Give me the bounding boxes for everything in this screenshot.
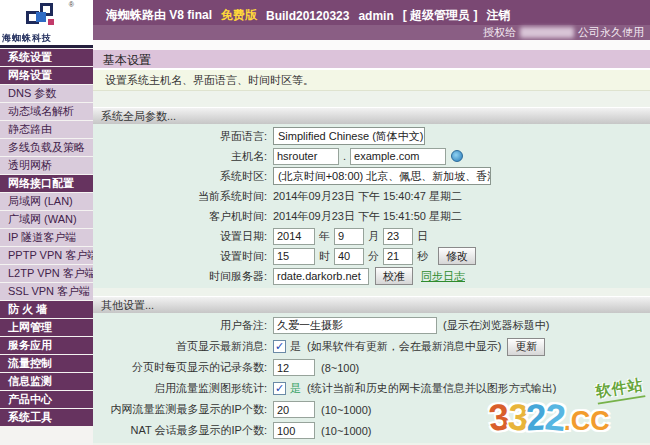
- sidebar-item-static-route[interactable]: 静态路由: [0, 121, 93, 138]
- page-records-input[interactable]: [273, 359, 315, 376]
- hostname-input[interactable]: [273, 148, 339, 165]
- nat-ip-count-input[interactable]: [273, 422, 315, 439]
- user-role: [ 超级管理员 ]: [403, 7, 478, 24]
- sidebar-item-pptp-vpn-client[interactable]: PPTP VPN 客户端: [0, 247, 93, 264]
- sidebar-item-web-management[interactable]: 上网管理: [0, 319, 93, 336]
- sidebar-item-ddns[interactable]: 动态域名解析: [0, 103, 93, 120]
- censored-company-name: [520, 27, 574, 38]
- sidebar-item-l2tp-vpn-client[interactable]: L2TP VPN 客户端: [0, 265, 93, 282]
- sidebar-item-ssl-vpn-client[interactable]: SSL VPN 客户端: [0, 283, 93, 300]
- form-row-nat-ip-count: NAT 会话最多显示的IP个数: (10~1000): [93, 420, 650, 441]
- form-row-user-note: 用户备注: (显示在浏览器标题中): [93, 315, 650, 336]
- form-row-page-records: 分页时每页显示的记录条数: (8~100): [93, 357, 650, 378]
- traffic-graph-label: 启用流量监测图形统计:: [93, 381, 273, 396]
- form-row-client-time: 客户机时间: 2014年09月23日 下午 15:41:50 星期二: [93, 206, 650, 226]
- month-unit: 月: [368, 229, 379, 244]
- sidebar-item-traffic-control[interactable]: 流量控制: [0, 355, 93, 372]
- help-globe-icon[interactable]: [451, 150, 463, 162]
- second-input[interactable]: [383, 248, 413, 265]
- form-row-system-time: 当前系统时间: 2014年09月23日 下午 15:40:47 星期二: [93, 186, 650, 206]
- page-records-label: 分页时每页显示的记录条数:: [93, 360, 273, 375]
- sidebar-item-lan[interactable]: 局域网 (LAN): [0, 193, 93, 210]
- minute-input[interactable]: [334, 248, 364, 265]
- sidebar-item-product-center[interactable]: 产品中心: [0, 391, 93, 408]
- year-input[interactable]: [273, 228, 315, 245]
- form-row-set-time: 设置时间: 时 分 秒 修改: [93, 246, 650, 266]
- sidebar-item-network-settings[interactable]: 网络设置: [0, 67, 93, 84]
- hostname-dot: .: [343, 150, 346, 162]
- nat-ip-count-label: NAT 会话最多显示的IP个数:: [93, 423, 273, 438]
- hostname-label: 主机名:: [93, 149, 273, 164]
- sidebar: 系统设置 网络设置 DNS 参数 动态域名解析 静态路由 多线负载及策略 透明网…: [0, 45, 93, 445]
- page-description: 设置系统主机名、界面语言、时间时区等。: [93, 70, 650, 91]
- logout-link[interactable]: 注销: [486, 7, 510, 24]
- form-row-hostname: 主机名: .: [93, 146, 650, 166]
- sidebar-item-firewall[interactable]: 防 火 墙: [0, 301, 93, 318]
- spacer: [93, 91, 650, 107]
- show-news-hint: (如果软件有更新，会在最新消息中显示): [307, 339, 501, 354]
- build-number: Build20120323: [266, 9, 349, 23]
- timezone-label: 系统时区:: [93, 169, 273, 184]
- main-content: 基本设置 设置系统主机名、界面语言、时间时区等。 系统全局参数... 界面语言:…: [93, 50, 650, 445]
- form-row-set-date: 设置日期: 年 月 日: [93, 226, 650, 246]
- timezone-select[interactable]: (北京时间+08:00) 北京、佩思、新加坡、香港、马来西亚 ▼: [273, 167, 491, 185]
- year-unit: 年: [319, 229, 330, 244]
- tab-basic-settings[interactable]: 基本设置: [93, 50, 650, 70]
- language-select[interactable]: Simplified Chinese (简体中文) ▼: [273, 127, 425, 145]
- system-time-label: 当前系统时间:: [93, 189, 273, 204]
- sidebar-top-strip: [0, 45, 93, 48]
- month-input[interactable]: [334, 228, 364, 245]
- title-row: 海蜘蛛路由 V8 final 免费版 Build20120323 admin […: [93, 0, 650, 24]
- time-server-input[interactable]: [273, 268, 369, 285]
- hour-input[interactable]: [273, 248, 315, 265]
- nat-ip-count-range: (10~1000): [321, 425, 371, 437]
- calibrate-button[interactable]: 校准: [375, 267, 413, 285]
- hispider-logo-icon: ®: [24, 3, 68, 31]
- sidebar-item-ip-tunnel[interactable]: IP 隧道客户端: [0, 229, 93, 246]
- sidebar-item-monitoring[interactable]: 信息监测: [0, 373, 93, 390]
- other-settings-form: 用户备注: (显示在浏览器标题中) 首页显示最新消息: ✓ 是 (如果软件有更新…: [93, 313, 650, 443]
- show-news-checkbox[interactable]: ✓: [273, 340, 286, 353]
- time-server-label: 时间服务器:: [93, 269, 273, 284]
- header-divider: [93, 40, 650, 50]
- traffic-graph-hint: (统计当前和历史的网卡流量信息并以图形方式输出): [307, 381, 556, 396]
- lan-ip-count-input[interactable]: [273, 401, 315, 418]
- hour-unit: 时: [319, 249, 330, 264]
- domain-input[interactable]: [350, 148, 446, 165]
- top-header-bar: 海蜘蛛路由 V8 final 免费版 Build20120323 admin […: [93, 0, 650, 40]
- update-button[interactable]: 更新: [507, 338, 545, 356]
- traffic-graph-yes: 是: [290, 381, 301, 396]
- set-date-label: 设置日期:: [93, 229, 273, 244]
- form-row-lan-ip-count: 内网流量监测最多显示的IP个数: (10~1000): [93, 399, 650, 420]
- sidebar-item-dns-params[interactable]: DNS 参数: [0, 85, 93, 102]
- sidebar-item-services[interactable]: 服务应用: [0, 337, 93, 354]
- product-title: 海蜘蛛路由 V8 final: [106, 7, 212, 24]
- day-input[interactable]: [383, 228, 413, 245]
- page-records-range: (8~100): [321, 362, 359, 374]
- lan-ip-count-range: (10~1000): [321, 404, 371, 416]
- sidebar-item-interface-config[interactable]: 网络接口配置: [0, 175, 93, 192]
- sidebar-item-wan[interactable]: 广域网 (WAN): [0, 211, 93, 228]
- user-note-label: 用户备注:: [93, 318, 273, 333]
- minute-unit: 分: [368, 249, 379, 264]
- sync-log-link[interactable]: 同步日志: [421, 269, 465, 284]
- user-note-hint: (显示在浏览器标题中): [443, 318, 549, 333]
- traffic-graph-checkbox[interactable]: ✓: [273, 382, 286, 395]
- spacer: [93, 288, 650, 296]
- license-prefix: 授权给: [483, 25, 516, 40]
- edition-badge: 免费版: [221, 7, 257, 24]
- sidebar-item-multiline-policy[interactable]: 多线负载及策略: [0, 139, 93, 156]
- show-news-yes: 是: [290, 339, 301, 354]
- user-note-input[interactable]: [273, 317, 437, 334]
- client-time-label: 客户机时间:: [93, 209, 273, 224]
- sidebar-item-transparent-bridge[interactable]: 透明网桥: [0, 157, 93, 174]
- registered-mark: ®: [69, 1, 74, 8]
- modify-button[interactable]: 修改: [438, 247, 476, 265]
- form-row-show-news: 首页显示最新消息: ✓ 是 (如果软件有更新，会在最新消息中显示) 更新: [93, 336, 650, 357]
- system-time-value: 2014年09月23日 下午 15:40:47 星期二: [273, 189, 462, 204]
- lan-ip-count-label: 内网流量监测最多显示的IP个数:: [93, 402, 273, 417]
- sidebar-item-system-settings[interactable]: 系统设置: [0, 49, 93, 66]
- sidebar-item-system-tools[interactable]: 系统工具: [0, 409, 93, 426]
- second-unit: 秒: [417, 249, 428, 264]
- form-row-traffic-graph: 启用流量监测图形统计: ✓ 是 (统计当前和历史的网卡流量信息并以图形方式输出): [93, 378, 650, 399]
